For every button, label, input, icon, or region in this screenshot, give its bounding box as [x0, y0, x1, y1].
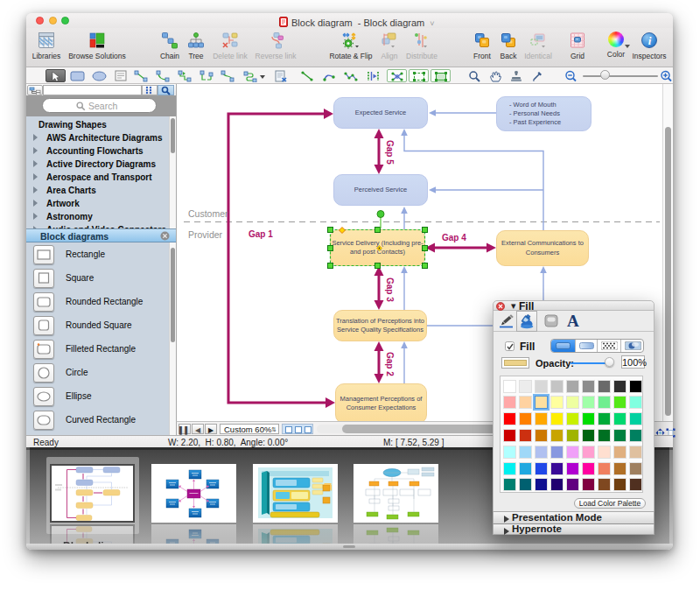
svg-text:i: i — [648, 34, 652, 47]
